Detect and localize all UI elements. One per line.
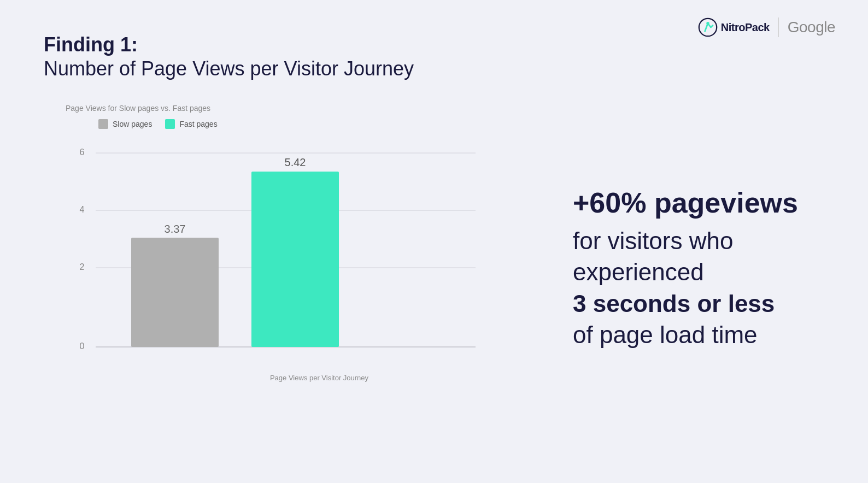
legend-slow-label: Slow pages [113, 120, 152, 128]
nitropack-logo: NitroPack [698, 17, 770, 37]
legend-slow: Slow pages [98, 119, 152, 129]
google-label: Google [788, 19, 835, 36]
svg-point-0 [699, 19, 717, 36]
svg-text:4: 4 [80, 205, 85, 214]
left-panel: Finding 1: Number of Page Views per Visi… [44, 33, 540, 461]
legend-fast-color [165, 119, 175, 129]
chart-area: 6 4 2 0 3.37 5.42 [66, 140, 503, 369]
stat-line3: 3 seconds or less [573, 290, 775, 317]
svg-text:2: 2 [80, 262, 85, 272]
finding-subtitle: Number of Page Views per Visitor Journey [44, 56, 540, 82]
bar-fast [251, 172, 339, 347]
legend-fast: Fast pages [165, 119, 217, 129]
finding-label: Finding 1: [44, 33, 540, 56]
chart-svg: 6 4 2 0 3.37 5.42 [66, 140, 503, 369]
stat-headline: +60% pageviews [573, 187, 824, 219]
chart-container: Page Views for Slow pages vs. Fast pages… [44, 104, 540, 461]
svg-text:5.42: 5.42 [285, 156, 306, 168]
stat-line1: for visitors who [573, 227, 733, 254]
chart-title: Page Views for Slow pages vs. Fast pages [66, 104, 540, 113]
stat-line4: of page load time [573, 321, 758, 348]
nitropack-label: NitroPack [721, 21, 770, 34]
stat-line2: experienced [573, 258, 704, 285]
svg-text:6: 6 [80, 148, 85, 157]
svg-text:0: 0 [80, 341, 85, 351]
bar-slow [131, 238, 219, 347]
header-logos: NitroPack Google [698, 17, 835, 37]
chart-x-label: Page Views per Visitor Journey [66, 374, 540, 382]
legend-slow-color [98, 119, 108, 129]
nitropack-icon [698, 17, 718, 37]
main-content: Finding 1: Number of Page Views per Visi… [0, 0, 868, 483]
chart-legend: Slow pages Fast pages [66, 119, 540, 129]
stat-desc: for visitors who experienced 3 seconds o… [573, 225, 824, 350]
svg-point-1 [706, 22, 709, 25]
right-panel: +60% pageviews for visitors who experien… [540, 33, 824, 461]
legend-fast-label: Fast pages [179, 120, 217, 128]
svg-text:3.37: 3.37 [165, 223, 186, 235]
logo-divider [778, 17, 779, 37]
